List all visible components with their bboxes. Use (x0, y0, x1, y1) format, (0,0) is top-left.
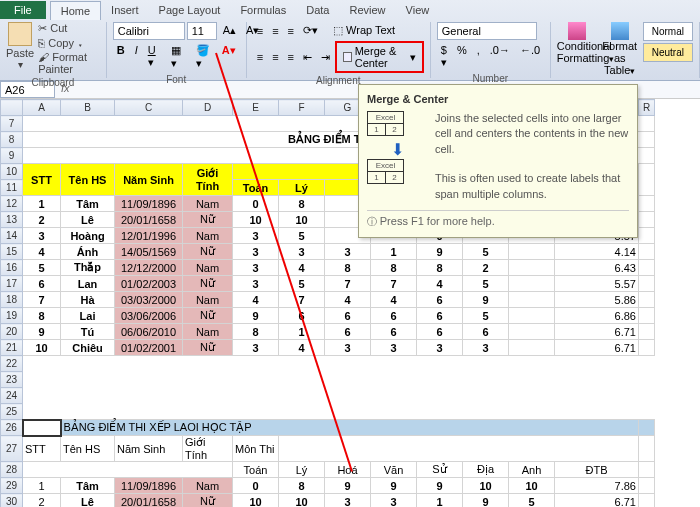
cell[interactable]: STT (23, 436, 61, 462)
cell[interactable]: Nam (183, 478, 233, 494)
cell[interactable]: 6 (325, 308, 371, 324)
cell[interactable]: 4 (325, 292, 371, 308)
cell[interactable]: 0 (233, 478, 279, 494)
cell[interactable]: Sử (417, 462, 463, 478)
row-header[interactable]: 17 (1, 276, 23, 292)
row-header[interactable]: 10 (1, 164, 23, 180)
cell[interactable]: 5.86 (555, 292, 639, 308)
row-header[interactable]: 27 (1, 436, 23, 462)
cell[interactable]: 3 (233, 228, 279, 244)
cell[interactable]: 03/03/2000 (115, 292, 183, 308)
cell[interactable]: 7 (23, 292, 61, 308)
cell[interactable]: 8 (279, 478, 325, 494)
cell[interactable]: Nam (183, 228, 233, 244)
cell[interactable]: 6 (463, 324, 509, 340)
cell[interactable] (509, 324, 555, 340)
cell[interactable]: 9 (417, 244, 463, 260)
cell[interactable]: 3 (325, 244, 371, 260)
cell[interactable]: 6.86 (555, 308, 639, 324)
hdr-stt[interactable]: STT (23, 164, 61, 196)
align-top-button[interactable]: ≡ (253, 23, 267, 39)
cell[interactable]: 6 (417, 292, 463, 308)
cell[interactable]: 3 (463, 340, 509, 356)
cell[interactable]: Lan (61, 276, 115, 292)
tab-insert[interactable]: Insert (101, 1, 149, 19)
cell[interactable]: Nữ (183, 212, 233, 228)
cell[interactable]: 4 (233, 292, 279, 308)
cell[interactable]: Nam (183, 196, 233, 212)
decrease-indent-button[interactable]: ⇤ (299, 49, 316, 66)
cell[interactable]: 12/01/1996 (115, 228, 183, 244)
cell[interactable]: Tên HS (61, 436, 115, 462)
wrap-text-button[interactable]: ⬚ Wrap Text (333, 24, 395, 37)
cell[interactable] (509, 308, 555, 324)
cell[interactable]: Nam (183, 324, 233, 340)
cell[interactable]: 6.71 (555, 324, 639, 340)
cell[interactable] (509, 260, 555, 276)
percent-button[interactable]: % (453, 42, 471, 71)
cell[interactable]: 1 (23, 196, 61, 212)
tab-pagelayout[interactable]: Page Layout (149, 1, 231, 19)
cell[interactable]: 8 (233, 324, 279, 340)
row-header[interactable]: 16 (1, 260, 23, 276)
cell[interactable]: 6 (371, 324, 417, 340)
selected-title[interactable]: BẢNG ĐIỂM THI XẾP LAOI HỌC TẬP (61, 420, 639, 436)
decrease-decimal-button[interactable]: ←.0 (516, 42, 544, 71)
cell[interactable] (509, 276, 555, 292)
cell[interactable]: 10 (233, 494, 279, 508)
cell[interactable] (509, 292, 555, 308)
cut-button[interactable]: ✂ Cut (38, 22, 100, 35)
cell[interactable]: 01/02/2003 (115, 276, 183, 292)
tab-home[interactable]: Home (50, 1, 101, 20)
style-normal[interactable]: Normal (643, 22, 693, 41)
cell[interactable]: Lý (279, 462, 325, 478)
cell[interactable]: 10 (279, 494, 325, 508)
cell[interactable]: Nữ (183, 340, 233, 356)
currency-button[interactable]: $ ▾ (437, 42, 451, 71)
cell[interactable]: 5 (23, 260, 61, 276)
cell[interactable]: 8 (371, 260, 417, 276)
orientation-button[interactable]: ⟳▾ (299, 22, 322, 39)
row-header[interactable]: 29 (1, 478, 23, 494)
col-header[interactable]: B (61, 100, 115, 116)
row-header[interactable]: 15 (1, 244, 23, 260)
cell[interactable]: 6.43 (555, 260, 639, 276)
cell[interactable]: Hoàng (61, 228, 115, 244)
cell[interactable]: 6 (23, 276, 61, 292)
hdr-nam[interactable]: Năm Sinh (115, 164, 183, 196)
cell[interactable]: Hà (61, 292, 115, 308)
cell[interactable]: 9 (463, 292, 509, 308)
cell[interactable]: Môn Thi (233, 436, 279, 462)
cell[interactable]: 5 (463, 244, 509, 260)
font-name-select[interactable] (113, 22, 185, 40)
increase-indent-button[interactable]: ⇥ (317, 49, 334, 66)
cell[interactable]: 11/09/1896 (115, 196, 183, 212)
cell[interactable]: 14/05/1569 (115, 244, 183, 260)
style-neutral[interactable]: Neutral (643, 43, 693, 62)
cell[interactable]: 9 (233, 308, 279, 324)
increase-decimal-button[interactable]: .0→ (486, 42, 514, 71)
cell[interactable]: 4 (23, 244, 61, 260)
cell[interactable]: 8 (23, 308, 61, 324)
cell[interactable]: 3 (371, 494, 417, 508)
cell[interactable]: 3 (417, 340, 463, 356)
row-header[interactable]: 26 (1, 420, 23, 436)
cell[interactable]: 7 (325, 276, 371, 292)
conditional-formatting-button[interactable]: Conditional Formatting▾ (557, 22, 597, 76)
cell[interactable]: 5 (463, 276, 509, 292)
cell[interactable]: Nữ (183, 244, 233, 260)
cell[interactable]: 10 (233, 212, 279, 228)
cell[interactable]: Tâm (61, 478, 115, 494)
row-header[interactable]: 13 (1, 212, 23, 228)
tab-view[interactable]: View (396, 1, 440, 19)
select-all[interactable] (1, 100, 23, 116)
cell[interactable]: 6 (279, 308, 325, 324)
bold-button[interactable]: B (113, 42, 129, 72)
format-as-table-button[interactable]: Format as Table▾ (601, 22, 639, 76)
cell[interactable]: 5 (279, 228, 325, 244)
row-header[interactable]: 23 (1, 372, 23, 388)
cell[interactable] (509, 340, 555, 356)
cell[interactable]: Chiêu (61, 340, 115, 356)
border-button[interactable]: ▦ ▾ (167, 42, 190, 72)
fill-color-button[interactable]: 🪣▾ (192, 42, 216, 72)
